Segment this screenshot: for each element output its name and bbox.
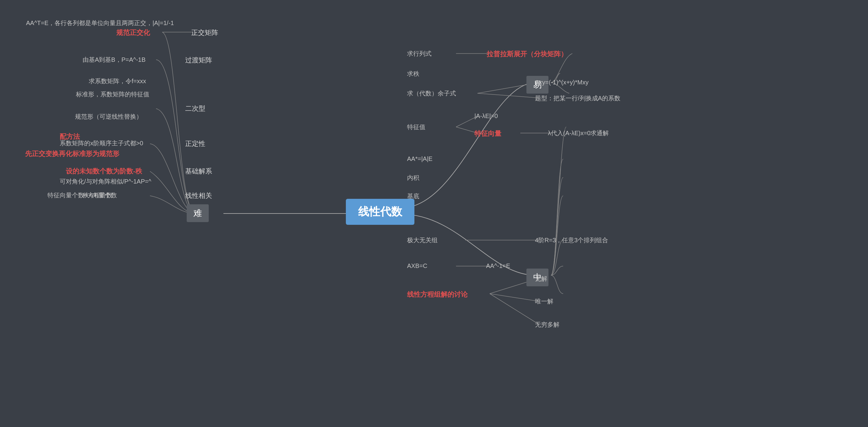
zhengDingXing-node: 正定性 bbox=[185, 139, 205, 149]
youjiDAO-node: 由基A到基B，P=A^-1B bbox=[83, 56, 146, 64]
qiuXishuJuzhen-node: 求系数矩阵，令f=xxx bbox=[89, 77, 146, 85]
aMinusLamdaE-node: |A-λE|=0 bbox=[474, 112, 498, 120]
zhengjiaoJuzhen-node: 正交矩阵 bbox=[191, 28, 218, 37]
mind-map-lines bbox=[0, 0, 868, 427]
xianxingFangcheng-node: 线性方程组解的讨论 bbox=[407, 290, 468, 299]
tezhengNum-node: 特征向量个数=方程阶数 bbox=[48, 191, 112, 199]
teZhengxiang-node: 特征值 bbox=[407, 123, 426, 131]
erciXing-node: 二次型 bbox=[185, 104, 205, 113]
jiDaWuGuanzu-node: 极大无关组 bbox=[407, 236, 438, 244]
jiChuJiexi-node: 基础解系 bbox=[185, 167, 212, 176]
lapulasiExpand-node: 拉普拉斯展开（分块矩阵） bbox=[487, 50, 567, 59]
center-label: 线性代数 bbox=[358, 205, 402, 218]
sheWeizhishu-node: 设的未知数个数为阶数-秩 bbox=[66, 167, 142, 176]
xingxiangGuanxi-node: 线性相关 bbox=[185, 191, 212, 200]
guifanZhengjiaohua-node: 规范正交化 bbox=[116, 28, 150, 37]
qiuYushizi-node: 求（代数）余子式 bbox=[407, 89, 456, 98]
wuqiongDuojie-node: 无穷多解 bbox=[535, 321, 559, 329]
guodujuzhen-node: 过渡矩阵 bbox=[185, 56, 212, 65]
jieRank3-node: 4阶R=3，任意3个排列组合 bbox=[535, 236, 609, 244]
biaozhunXing-node: 标准形，系数矩阵的特征值 bbox=[76, 90, 149, 98]
aaTeE-node: AA^T=E，各行各列都是单位向量且两两正交，|A|=1/-1 bbox=[26, 19, 174, 27]
keduijiaohua-node: 可对角化/与对角阵相似/P^-1AP=^ bbox=[60, 177, 151, 186]
axbC-node: AXB=C bbox=[407, 262, 427, 269]
xishuZhujuzi-node: 系数矩阵的x阶顺序主子式都>0 bbox=[60, 139, 143, 147]
guifanXing-node: 规范形（可逆线性替换） bbox=[75, 112, 142, 121]
aaInverse-node: AA^-1=E bbox=[486, 262, 510, 269]
branch-hard-label: 难 bbox=[193, 208, 202, 218]
lamdaSubstitute-node: λ代入(A-λE)x=0求通解 bbox=[548, 129, 609, 137]
wujie-node: 无解 bbox=[535, 275, 547, 283]
aaStar-node: AA*=|A|E bbox=[407, 155, 432, 162]
qiuXinglieshi-node: 求行列式 bbox=[407, 50, 432, 58]
teZhengxiangLabel-node: 特征向量 bbox=[474, 129, 501, 138]
timu-node: 题型：把某一行/列换成A的系数 bbox=[535, 94, 620, 102]
xianZhengze-node: 先正交变换再化标准形为规范形 bbox=[25, 149, 119, 159]
qiuZhi-node: 求秩 bbox=[407, 70, 419, 78]
axyFormula-node: Axy=(-1)^(x+y)*Mxy bbox=[535, 79, 589, 86]
center-node: 线性代数 bbox=[346, 199, 414, 225]
weiyi-node: 唯一解 bbox=[535, 297, 553, 305]
branch-hard: 难 bbox=[187, 204, 209, 222]
neiji-node: 内积 bbox=[407, 174, 419, 182]
